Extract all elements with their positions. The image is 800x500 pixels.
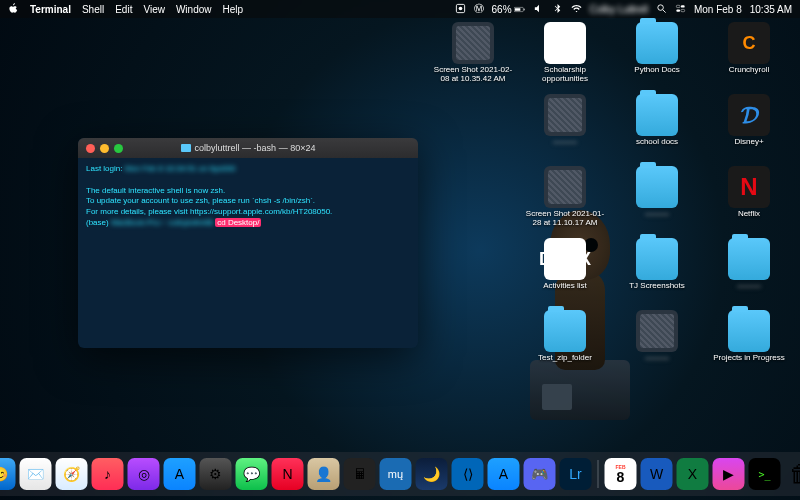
command-highlight: cd Desktop/ [215,218,261,227]
zoom-button[interactable] [114,144,123,153]
desktop-item[interactable]: Scholarship opportunities [520,22,610,92]
dock-discord[interactable]: 🎮 [524,458,556,490]
desktop-icons-grid: Screen Shot 2021-02-08 at 10.35.42 AMSch… [428,22,794,380]
apple-icon[interactable] [8,3,19,16]
desktop-item[interactable]: 𝓓Disney+ [704,94,794,164]
menubar-date[interactable]: Mon Feb 8 [694,4,742,15]
app-icon: 𝓓 [728,94,770,136]
dock-vscode[interactable]: ⟨⟩ [452,458,484,490]
term-line: To update your account to use zsh, pleas… [86,196,410,207]
desktop-item[interactable]: Test_zip_folder [520,310,610,380]
app-icon: N [728,166,770,208]
image-thumb [636,310,678,352]
app-name[interactable]: Terminal [30,4,71,15]
term-line: The default interactive shell is now zsh… [86,186,410,197]
desktop-item[interactable]: school docs [612,94,702,164]
dock-news[interactable]: N [272,458,304,490]
svg-point-5 [658,4,664,10]
user-name[interactable]: Colby Luttrell [590,4,648,15]
svg-rect-9 [676,9,680,11]
desktop: Terminal Shell Edit View Window Help Ⓜ 6… [0,0,800,500]
folder-icon [636,166,678,208]
terminal-window[interactable]: colbyluttrell — -bash — 80×24 Last login… [78,138,418,348]
desktop-item[interactable]: TJ Screenshots [612,238,702,308]
desktop-item-label: Scholarship opportunities [522,66,608,84]
dock-separator [598,460,599,488]
volume-icon[interactable] [533,3,544,16]
bluetooth-icon[interactable] [552,3,563,16]
menubar: Terminal Shell Edit View Window Help Ⓜ 6… [0,0,800,18]
desktop-item[interactable]: NNetflix [704,166,794,236]
dock-finder[interactable]: 😊 [0,458,16,490]
minimize-button[interactable] [100,144,109,153]
last-login-label: Last login: [86,164,122,173]
desktop-item-label: ——— [645,354,669,363]
dock-messages[interactable]: 💬 [236,458,268,490]
desktop-item[interactable]: CCrunchyroll [704,22,794,92]
spotlight-icon[interactable] [656,3,667,16]
screenrec-icon[interactable] [455,3,466,16]
menu-edit[interactable]: Edit [115,4,132,15]
menu-shell[interactable]: Shell [82,4,104,15]
desktop-item[interactable]: ——— [704,238,794,308]
dock-shortcuts[interactable]: ▶ [713,458,745,490]
desktop-item[interactable]: Projects in Progress [704,310,794,380]
dock-music[interactable]: ♪ [92,458,124,490]
folder-icon [636,22,678,64]
prompt-prefix: (base) [86,218,109,227]
dock-settings[interactable]: ⚙ [200,458,232,490]
svg-rect-10 [681,9,685,11]
dock-contacts[interactable]: 👤 [308,458,340,490]
dock-lightroom[interactable]: Lr [560,458,592,490]
menu-help[interactable]: Help [223,4,244,15]
folder-icon [728,310,770,352]
document-icon: DOCX [544,238,586,280]
dock-terminal[interactable]: >_ [749,458,781,490]
dock-appstore2[interactable]: A [488,458,520,490]
svg-rect-3 [514,8,520,11]
mullvad-icon[interactable]: Ⓜ [474,2,484,16]
desktop-item-label: Disney+ [734,138,763,147]
desktop-item[interactable]: ——— [612,166,702,236]
desktop-item-label: Screen Shot 2021-02-08 at 10.35.42 AM [430,66,516,84]
folder-icon [636,94,678,136]
prompt-host: MacBook-Pro:~ colbyluttrell$ [111,218,213,227]
dock-stellarium[interactable]: 🌙 [416,458,448,490]
desktop-item[interactable]: Screen Shot 2021-02-08 at 10.35.42 AM [428,22,518,92]
menu-view[interactable]: View [143,4,165,15]
wifi-icon[interactable] [571,3,582,16]
desktop-item[interactable]: DOCXActivities list [520,238,610,308]
dock-podcasts[interactable]: ◎ [128,458,160,490]
svg-point-1 [458,6,462,10]
dock-safari[interactable]: 🧭 [56,458,88,490]
desktop-item-label: Crunchyroll [729,66,769,75]
dock-appstore[interactable]: A [164,458,196,490]
desktop-item-label: ——— [737,282,761,291]
document-icon [544,22,586,64]
control-center-icon[interactable] [675,3,686,16]
term-line: For more details, please visit https://s… [86,207,410,218]
image-thumb [544,94,586,136]
desktop-item[interactable]: ——— [520,94,610,164]
battery-status[interactable]: 66% [492,4,525,15]
desktop-item-label: ——— [553,138,577,147]
dock-calendar[interactable]: FEB8 [605,458,637,490]
dock-musescore[interactable]: mų [380,458,412,490]
dock-mail[interactable]: ✉️ [20,458,52,490]
menu-window[interactable]: Window [176,4,212,15]
desktop-item[interactable]: Python Docs [612,22,702,92]
desktop-item[interactable]: Screen Shot 2021-01-28 at 11.10.17 AM [520,166,610,236]
desktop-item[interactable]: ——— [612,310,702,380]
folder-icon [544,310,586,352]
svg-rect-8 [681,5,685,7]
dock-word[interactable]: W [641,458,673,490]
dock-trash[interactable]: 🗑 [785,458,801,490]
terminal-body[interactable]: Last login: Mon Feb 8 10:34:51 on ttys00… [78,158,418,235]
desktop-item-label: Test_zip_folder [538,354,592,363]
terminal-titlebar[interactable]: colbyluttrell — -bash — 80×24 [78,138,418,158]
dock-calculator[interactable]: 🖩 [344,458,376,490]
desktop-item-label: Projects in Progress [713,354,785,363]
close-button[interactable] [86,144,95,153]
dock-excel[interactable]: X [677,458,709,490]
menubar-time[interactable]: 10:35 AM [750,4,792,15]
